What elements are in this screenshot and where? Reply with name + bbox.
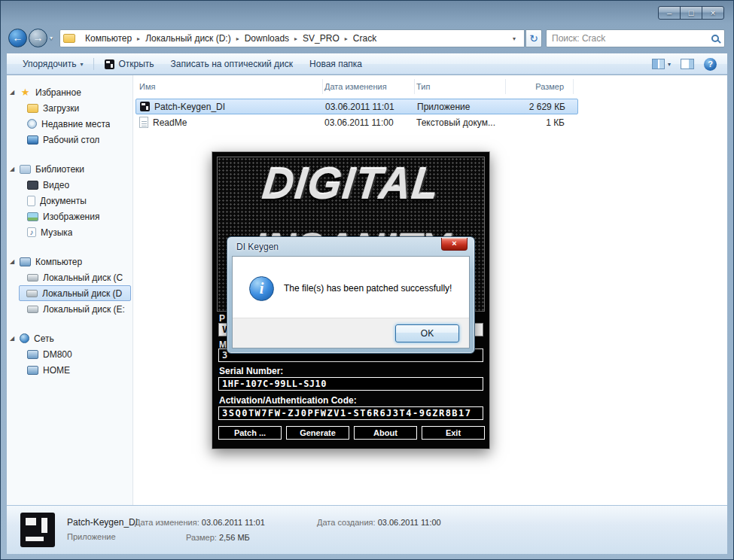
column-header-type[interactable]: Тип bbox=[415, 79, 506, 94]
burn-button[interactable]: Записать на оптический диск bbox=[163, 59, 302, 69]
sidebar-group-computer[interactable]: ◢ Компьютер bbox=[7, 254, 132, 269]
history-dropdown-icon[interactable]: ▾ bbox=[50, 35, 53, 41]
window-controls: – □ × bbox=[659, 6, 724, 20]
details-size: Размер: 2,56 МБ bbox=[186, 533, 250, 542]
open-button[interactable]: Открыть bbox=[96, 59, 162, 69]
search-icon[interactable] bbox=[711, 35, 719, 42]
dialog-message: The file(s) has been patched successfull… bbox=[284, 283, 461, 294]
sidebar-item-label: Видео bbox=[43, 180, 69, 190]
videos-icon bbox=[27, 181, 38, 190]
expander-icon[interactable]: ◢ bbox=[10, 258, 20, 265]
file-row-patch-keygen[interactable]: Patch-Keygen_DI 03.06.2011 11:01 Приложе… bbox=[136, 99, 578, 114]
dialog-footer: OK bbox=[233, 318, 469, 348]
sidebar-item-home[interactable]: HOME bbox=[7, 362, 132, 378]
details-modified-value: 03.06.2011 11:01 bbox=[202, 518, 265, 527]
details-modified: Дата изменения: 03.06.2011 11:01 bbox=[135, 518, 265, 527]
patch-button[interactable]: Patch ... bbox=[218, 426, 282, 440]
toolbar-right-group: ▾ ? bbox=[644, 58, 717, 71]
keygen-serial-label: Serial Number: bbox=[219, 366, 283, 376]
sidebar-group-network[interactable]: ◢ Сеть bbox=[7, 330, 132, 346]
keygen-serial-field[interactable]: 1HF-107C-99LL-SJ10 bbox=[218, 377, 483, 391]
selected-file-icon bbox=[20, 513, 55, 547]
sidebar-item-disk-e[interactable]: Локальный диск (E: bbox=[7, 301, 132, 317]
keygen-activation-label: Activation/Authentication Code: bbox=[219, 395, 357, 406]
ok-button[interactable]: OK bbox=[395, 324, 459, 342]
column-header-name[interactable]: Имя bbox=[133, 79, 323, 94]
exit-button[interactable]: Exit bbox=[422, 426, 485, 440]
sidebar-item-videos[interactable]: Видео bbox=[7, 177, 132, 193]
file-type: Текстовый докум... bbox=[415, 117, 506, 128]
breadcrumb-downloads[interactable]: Downloads bbox=[239, 33, 294, 44]
sidebar-item-label: Рабочий стол bbox=[43, 135, 99, 145]
minimize-button[interactable]: – bbox=[658, 6, 681, 20]
sidebar-item-disk-d[interactable]: Локальный диск (D bbox=[19, 285, 131, 301]
details-size-label: Размер: bbox=[186, 533, 217, 542]
sidebar-item-pictures[interactable]: Изображения bbox=[7, 208, 132, 224]
network-icon bbox=[20, 333, 29, 343]
sidebar-item-music[interactable]: ♪ Музыка bbox=[7, 224, 132, 240]
column-header-date[interactable]: Дата изменения bbox=[323, 79, 415, 94]
organize-label: Упорядочить bbox=[23, 59, 76, 69]
keygen-buttons: Patch ... Generate About Exit bbox=[218, 426, 485, 440]
sidebar-item-label: Недавние места bbox=[41, 119, 110, 129]
drive-icon bbox=[27, 274, 38, 282]
desktop-icon bbox=[27, 135, 38, 145]
refresh-button[interactable]: ↻ bbox=[525, 29, 542, 47]
breadcrumb-sv-pro[interactable]: SV_PRO bbox=[297, 33, 345, 44]
sidebar-group-label: Сеть bbox=[34, 333, 54, 344]
column-headers: Имя Дата изменения Тип Размер bbox=[133, 79, 574, 94]
expander-icon[interactable]: ◢ bbox=[10, 335, 20, 342]
keygen-logo-line1: DIGITAL bbox=[217, 162, 485, 205]
sidebar-item-documents[interactable]: Документы bbox=[7, 193, 132, 208]
address-dropdown-icon[interactable]: ▾ bbox=[507, 35, 521, 42]
help-button[interactable]: ? bbox=[704, 58, 717, 71]
navigation-pane: ◢ ★ Избранное Загрузки Недавние места Ра… bbox=[7, 75, 133, 505]
details-pane: Patch-Keygen_DI Приложение Дата изменени… bbox=[7, 505, 727, 554]
file-size: 2 629 КБ bbox=[507, 102, 574, 112]
open-label: Открыть bbox=[118, 59, 154, 69]
libraries-icon bbox=[20, 165, 31, 174]
search-box[interactable]: Поиск: Crack bbox=[546, 29, 725, 47]
about-button[interactable]: About bbox=[354, 426, 417, 440]
search-input[interactable]: Поиск: Crack bbox=[552, 33, 605, 44]
file-date: 03.06.2011 11:01 bbox=[324, 102, 416, 112]
file-row-readme[interactable]: ReadMe 03.06.2011 11:00 Текстовый докум.… bbox=[136, 114, 578, 130]
sidebar-item-downloads[interactable]: Загрузки bbox=[7, 100, 132, 116]
details-size-value: 2,56 МБ bbox=[219, 533, 250, 542]
breadcrumb-computer[interactable]: Компьютер bbox=[80, 33, 137, 44]
message-dialog: DI Keygen × i The file(s) has been patch… bbox=[227, 236, 475, 354]
forward-button[interactable]: → bbox=[29, 29, 47, 47]
new-folder-button[interactable]: Новая папка bbox=[301, 59, 370, 69]
keygen-partial-label-1: P bbox=[219, 313, 225, 324]
breadcrumb-crack[interactable]: Crack bbox=[348, 33, 382, 44]
explorer-window: – □ × ← → ▾ Компьютер ▸ Локальный диск (… bbox=[0, 0, 734, 560]
generate-button[interactable]: Generate bbox=[286, 426, 349, 440]
breadcrumb-disk-d[interactable]: Локальный диск (D:) bbox=[140, 33, 236, 44]
sidebar-group-libraries[interactable]: ◢ Библиотеки bbox=[7, 161, 132, 177]
music-icon: ♪ bbox=[27, 227, 36, 237]
sidebar-item-desktop[interactable]: Рабочий стол bbox=[7, 132, 132, 148]
application-icon bbox=[140, 102, 150, 111]
expander-icon[interactable]: ◢ bbox=[10, 89, 20, 96]
maximize-button[interactable]: □ bbox=[680, 6, 702, 20]
info-icon: i bbox=[249, 276, 274, 301]
expander-icon[interactable]: ◢ bbox=[10, 166, 20, 172]
star-icon: ★ bbox=[20, 87, 31, 98]
dialog-close-button[interactable]: × bbox=[441, 238, 468, 251]
sidebar-group-favorites[interactable]: ◢ ★ Избранное bbox=[7, 84, 132, 100]
sidebar-item-dm800[interactable]: DM800 bbox=[7, 346, 132, 362]
preview-pane-button[interactable] bbox=[681, 59, 694, 69]
dialog-client-area: i The file(s) has been patched successfu… bbox=[232, 256, 470, 348]
keygen-activation-field[interactable]: 3SQ0TW7FW-ZJ0PFWZV1-ST6R6J3T4-9GZR8B17 bbox=[218, 406, 483, 420]
organize-button[interactable]: Упорядочить ▾ bbox=[14, 59, 91, 69]
sidebar-item-disk-c[interactable]: Локальный диск (C bbox=[7, 269, 132, 285]
close-button[interactable]: × bbox=[702, 6, 724, 20]
back-button[interactable]: ← bbox=[8, 29, 27, 47]
column-header-size[interactable]: Размер bbox=[506, 79, 574, 94]
sidebar-item-recent-places[interactable]: Недавние места bbox=[7, 116, 132, 132]
computer-icon bbox=[27, 350, 38, 359]
change-view-button[interactable]: ▾ bbox=[652, 59, 671, 69]
sidebar-item-label: Локальный диск (D bbox=[42, 288, 122, 299]
address-bar[interactable]: Компьютер ▸ Локальный диск (D:) ▸ Downlo… bbox=[59, 29, 525, 47]
details-file-name: Patch-Keygen_DI bbox=[67, 517, 138, 528]
